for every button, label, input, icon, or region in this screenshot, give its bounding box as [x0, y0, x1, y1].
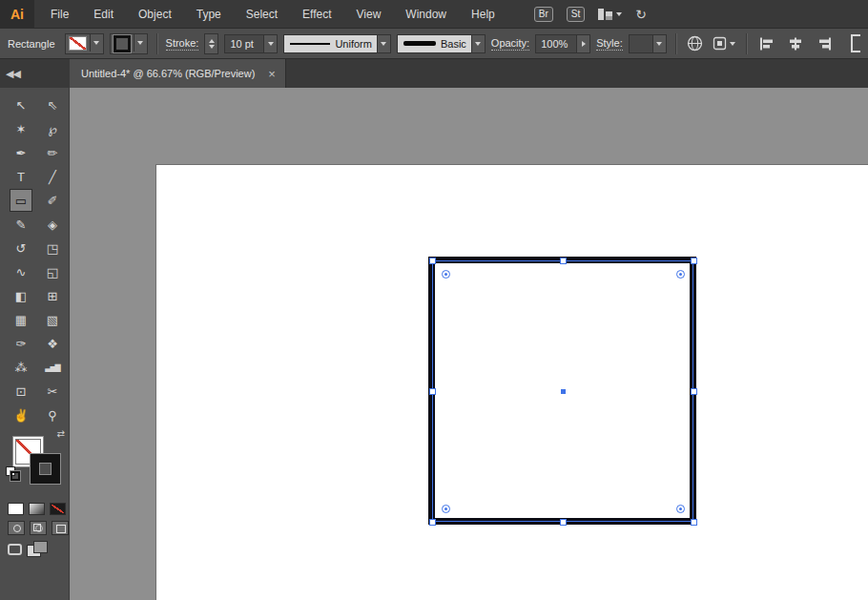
- stroke-swatch[interactable]: [30, 453, 61, 485]
- stroke-panel-link[interactable]: Stroke:: [166, 37, 199, 51]
- collapse-tools-panel-button[interactable]: ◀◀: [0, 59, 70, 88]
- brush-definition-dropdown[interactable]: Basic: [397, 34, 486, 53]
- line-segment-tool-button[interactable]: ╱: [41, 165, 64, 188]
- menu-item-type[interactable]: Type: [184, 0, 234, 29]
- handle-middle-left[interactable]: [429, 388, 436, 395]
- align-left-icon: [759, 37, 775, 51]
- handle-bottom-right[interactable]: [691, 519, 697, 526]
- fill-color-dropdown[interactable]: [65, 33, 104, 54]
- step-down-icon: [209, 45, 215, 49]
- align-right-icon: [816, 37, 832, 51]
- clipped-transform-icon[interactable]: [851, 34, 860, 52]
- isolate-object-button[interactable]: [711, 34, 737, 52]
- column-graph-tool-button[interactable]: ▃▅▇: [41, 356, 64, 379]
- stroke-color-dropdown[interactable]: [110, 33, 148, 54]
- width-tool-button[interactable]: ∿: [10, 260, 32, 283]
- gradient-tool-button[interactable]: ▧: [41, 308, 64, 331]
- sync-status-icon[interactable]: ↻: [635, 7, 647, 22]
- bridge-icon[interactable]: Br: [534, 7, 553, 22]
- corner-widget-top-right[interactable]: [676, 270, 685, 279]
- eraser-tool-button[interactable]: ◈: [41, 213, 64, 236]
- shape-center-point[interactable]: [561, 389, 566, 394]
- handle-middle-right[interactable]: [691, 388, 697, 395]
- color-button[interactable]: [8, 503, 24, 515]
- lasso-tool-button[interactable]: ℘: [41, 117, 64, 140]
- handle-bottom-left[interactable]: [429, 519, 436, 526]
- chevron-down-icon: [656, 42, 662, 46]
- arrange-windows-icon[interactable]: [27, 541, 48, 558]
- menu-item-file[interactable]: File: [38, 0, 81, 29]
- type-tool-button[interactable]: T: [10, 165, 32, 188]
- eyedropper-tool-button[interactable]: ✑: [10, 332, 32, 355]
- screen-mode-button[interactable]: [8, 544, 22, 555]
- direct-selection-tool-button[interactable]: ⇖: [41, 93, 64, 116]
- artboard-tool-button[interactable]: ⊡: [10, 380, 32, 403]
- control-bar: Rectangle Stroke: 10 pt Uniform Basic: [0, 29, 868, 59]
- canvas-area[interactable]: [70, 88, 868, 600]
- draw-inside-button[interactable]: [52, 521, 69, 535]
- document-title: Untitled-4* @ 66.67% (RGB/Preview): [81, 68, 255, 79]
- corner-widget-top-left[interactable]: [442, 270, 450, 279]
- drawing-mode-buttons: [8, 521, 69, 535]
- curvature-tool-button[interactable]: ✏: [41, 141, 64, 164]
- recolor-artwork-button[interactable]: [685, 33, 705, 53]
- pen-tool-button[interactable]: ✒: [10, 141, 32, 164]
- document-tab[interactable]: Untitled-4* @ 66.67% (RGB/Preview) ×: [70, 59, 286, 88]
- active-tool-label: Rectangle: [8, 38, 55, 50]
- corner-widget-bottom-left[interactable]: [442, 505, 450, 513]
- app-logo: Ai: [0, 0, 34, 29]
- align-left-button[interactable]: [755, 35, 778, 52]
- gradient-button[interactable]: [29, 503, 45, 515]
- chevron-down-icon: [381, 42, 386, 46]
- opacity-field[interactable]: 100%: [535, 34, 590, 53]
- menu-item-view[interactable]: View: [344, 0, 394, 29]
- opacity-panel-link[interactable]: Opacity:: [491, 37, 529, 51]
- align-center-button[interactable]: [784, 35, 807, 52]
- menu-item-edit[interactable]: Edit: [81, 0, 126, 29]
- rectangle-tool-button[interactable]: ▭: [10, 189, 32, 212]
- pencil-tool-button[interactable]: ✎: [10, 213, 32, 236]
- handle-top-center[interactable]: [560, 258, 567, 264]
- draw-normal-button[interactable]: [8, 521, 25, 535]
- menu-item-effect[interactable]: Effect: [290, 0, 343, 29]
- graphic-style-dropdown[interactable]: [629, 34, 667, 53]
- scale-tool-button[interactable]: ◳: [41, 237, 64, 259]
- width-profile-dropdown[interactable]: Uniform: [283, 34, 391, 53]
- chevron-down-icon: [137, 41, 143, 45]
- align-right-button[interactable]: [813, 35, 836, 52]
- menu-item-select[interactable]: Select: [234, 0, 290, 29]
- free-transform-tool-button[interactable]: ◱: [41, 260, 64, 283]
- magic-wand-tool-button[interactable]: ✶: [10, 117, 32, 140]
- handle-bottom-center[interactable]: [560, 519, 567, 526]
- stock-icon[interactable]: St: [567, 7, 585, 22]
- blend-tool-button[interactable]: ❖: [41, 332, 64, 355]
- swap-fill-stroke-icon[interactable]: ⇄: [57, 428, 65, 439]
- close-icon[interactable]: ×: [268, 68, 276, 80]
- chevron-right-icon: [582, 41, 586, 47]
- mesh-tool-button[interactable]: ▦: [10, 308, 32, 331]
- none-button[interactable]: [50, 503, 66, 515]
- handle-top-right[interactable]: [691, 258, 697, 264]
- hand-tool-button[interactable]: ✌: [10, 403, 32, 426]
- menu-item-window[interactable]: Window: [393, 0, 459, 29]
- stroke-weight-field[interactable]: 10 pt: [224, 34, 278, 53]
- handle-top-left[interactable]: [429, 258, 436, 264]
- symbol-sprayer-tool-button[interactable]: ⁂: [10, 356, 32, 379]
- menu-item-help[interactable]: Help: [459, 0, 507, 29]
- menu-list: File Edit Object Type Select Effect View…: [38, 0, 507, 29]
- stroke-weight-stepper[interactable]: [204, 33, 218, 54]
- selection-tool-button[interactable]: ↖: [10, 93, 32, 116]
- corner-widget-bottom-right[interactable]: [676, 505, 685, 513]
- style-panel-link[interactable]: Style:: [596, 37, 623, 51]
- default-fill-stroke-icon[interactable]: [6, 466, 21, 482]
- isolate-object-icon: [713, 36, 727, 51]
- workspace-switcher[interactable]: [598, 9, 622, 20]
- perspective-grid-tool-button[interactable]: ⊞: [41, 284, 64, 307]
- shape-builder-tool-button[interactable]: ◧: [10, 284, 32, 307]
- draw-behind-button[interactable]: [30, 521, 47, 535]
- menu-item-object[interactable]: Object: [126, 0, 184, 29]
- zoom-tool-button[interactable]: ⚲: [41, 403, 64, 426]
- paintbrush-tool-button[interactable]: ✐: [41, 189, 64, 212]
- slice-tool-button[interactable]: ✂: [41, 380, 64, 403]
- rotate-tool-button[interactable]: ↺: [10, 237, 32, 259]
